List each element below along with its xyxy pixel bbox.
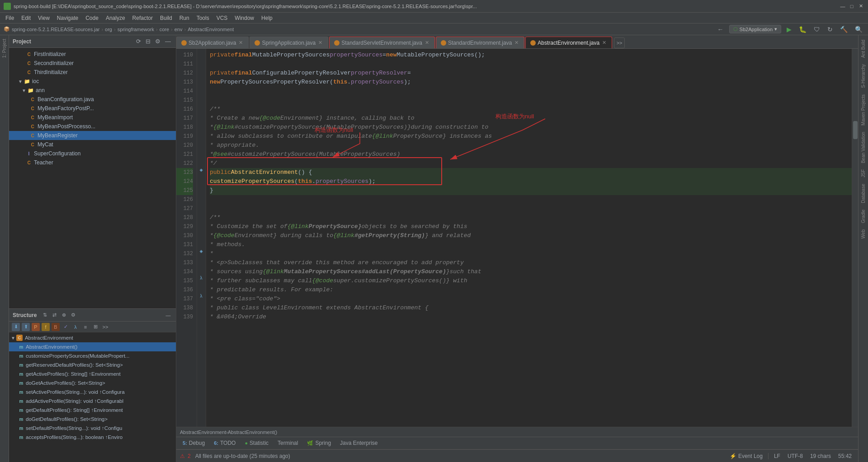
- tab-statistic[interactable]: ● Statistic: [240, 438, 273, 448]
- code-content[interactable]: private final MutablePropertySources pro…: [206, 49, 852, 427]
- close-panel-button[interactable]: —: [164, 37, 172, 45]
- gradle-tab[interactable]: Gradle: [860, 207, 867, 226]
- tab-todo[interactable]: 6: TODO: [209, 438, 240, 448]
- sort-expand-button[interactable]: ⊞: [91, 323, 99, 331]
- ant-build-tab[interactable]: Ant Build: [860, 37, 867, 61]
- tree-item-mybeanImport[interactable]: C MyBeanImport: [9, 113, 176, 122]
- struct-method-dogetdefault[interactable]: m doGetDefaultProfiles(): Set<String>: [9, 415, 176, 424]
- sort-lambda-button[interactable]: λ: [71, 323, 80, 331]
- struct-method-dogetactive[interactable]: m doGetActiveProfiles(): Set<String>: [9, 378, 176, 387]
- menu-vcs[interactable]: VCS: [213, 14, 231, 22]
- coverage-button[interactable]: 🛡: [812, 25, 822, 34]
- close-button[interactable]: ✕: [857, 3, 864, 10]
- tab-debug[interactable]: 5: Debug: [178, 438, 209, 448]
- struct-method-setdefault[interactable]: m setDefaultProfiles(String...): void ↑C…: [9, 424, 176, 433]
- tree-item-secondinitializer[interactable]: C SecondInitializer: [9, 59, 176, 68]
- scrollbar-thumb[interactable]: [853, 121, 858, 139]
- expand-button[interactable]: ⊕: [60, 311, 68, 319]
- sync-button[interactable]: ⟳: [135, 37, 142, 45]
- run-config[interactable]: ⬡ Sb2Application ▾: [729, 25, 781, 33]
- tab-standardservlet[interactable]: StandardServletEnvironment.java ✕: [329, 37, 435, 48]
- sort-visibility-button[interactable]: ⇄: [50, 311, 58, 319]
- cursor-position[interactable]: 55:42: [835, 452, 854, 460]
- breadcrumb-jar[interactable]: spring-core-5.2.1.RELEASE-sources.jar: [12, 27, 99, 32]
- menu-file[interactable]: File: [2, 14, 18, 22]
- struct-method-customize[interactable]: m customizePropertySources(MutableProper…: [9, 351, 176, 360]
- breadcrumb-org[interactable]: org: [105, 27, 112, 32]
- struct-class[interactable]: ▼ C AbstractEnvironment: [9, 333, 176, 342]
- maven-tab[interactable]: Maven Projects: [860, 92, 867, 128]
- tab-standardenv[interactable]: StandardEnvironment.java ✕: [436, 37, 524, 48]
- collapse-button[interactable]: ⊟: [144, 37, 152, 45]
- tab-terminal[interactable]: Terminal: [273, 438, 302, 448]
- tree-item-ioc[interactable]: ▼ 📁 ioc: [9, 77, 176, 86]
- breadcrumb-class[interactable]: AbstractEnvironment: [188, 27, 234, 32]
- tab-java-enterprise[interactable]: Java Enterprise: [335, 438, 382, 448]
- struct-method-acceptsprofiles[interactable]: m acceptsProfiles(String...): boolean ↑E…: [9, 433, 176, 442]
- settings-button[interactable]: ⚙: [154, 37, 162, 45]
- reload-button[interactable]: ↻: [826, 25, 835, 34]
- tree-item-mycat[interactable]: C MyCat: [9, 140, 176, 149]
- menu-code[interactable]: Code: [82, 14, 102, 22]
- sort-align-button[interactable]: ≡: [81, 323, 90, 331]
- tree-item-firstinitializer[interactable]: C FirstInitializer: [9, 50, 176, 59]
- close-tab-stdenv[interactable]: ✕: [514, 39, 519, 46]
- close-tab-spring[interactable]: ✕: [317, 39, 323, 46]
- menu-view[interactable]: View: [34, 14, 53, 22]
- tree-item-teacher[interactable]: C Teacher: [9, 158, 176, 167]
- tab-spring[interactable]: 🌿 Spring: [302, 438, 335, 448]
- tab-sb2application[interactable]: Sb2Application.java ✕: [176, 37, 249, 48]
- breadcrumb-core[interactable]: core: [160, 27, 169, 32]
- run-button[interactable]: ▶: [785, 25, 793, 34]
- struct-constructor[interactable]: m AbstractEnvironment(): [9, 342, 176, 351]
- struct-method-addactive[interactable]: m addActiveProfile(String): void ↑Config…: [9, 397, 176, 406]
- struct-method-getdefault[interactable]: m getDefaultProfiles(): String[] ↑Enviro…: [9, 406, 176, 415]
- menu-refactor[interactable]: Refactor: [129, 14, 156, 22]
- tree-item-mybeanregister[interactable]: C MyBeanRegister: [9, 131, 176, 140]
- minimize-button[interactable]: —: [839, 3, 846, 10]
- debug-button[interactable]: 🐛: [797, 25, 808, 34]
- close-tab-servlet[interactable]: ✕: [424, 39, 430, 46]
- sort-methods-button[interactable]: ⬆: [22, 323, 30, 331]
- menu-help[interactable]: Help: [258, 14, 276, 22]
- line-ending-selector[interactable]: UTF-8: [785, 452, 806, 460]
- breadcrumb-env[interactable]: env: [175, 27, 183, 32]
- menu-navigate[interactable]: Navigate: [53, 14, 82, 22]
- breadcrumb-springframework[interactable]: springframework: [118, 27, 154, 32]
- tree-item-superconfig[interactable]: I SuperConfiguration: [9, 149, 176, 158]
- sort-b-button[interactable]: B: [52, 323, 60, 331]
- tree-item-beanconfig[interactable]: C BeanConfiguration.java: [9, 95, 176, 104]
- database-tab[interactable]: Database: [860, 181, 867, 206]
- s-hierarchy-tab[interactable]: S-Hierarchy: [860, 61, 867, 91]
- menu-window[interactable]: Window: [231, 14, 258, 22]
- bean-validation-tab[interactable]: Bean Validation: [860, 129, 867, 166]
- struct-method-setactive[interactable]: m setActiveProfiles(String...): void ↑Co…: [9, 387, 176, 397]
- tree-item-ann[interactable]: ▼ 📁 ann: [9, 86, 176, 95]
- more-button[interactable]: >>: [101, 323, 109, 331]
- menu-edit[interactable]: Edit: [18, 14, 34, 22]
- menu-build[interactable]: Build: [156, 14, 176, 22]
- menu-run[interactable]: Run: [176, 14, 193, 22]
- close-struct-button[interactable]: —: [164, 311, 172, 319]
- settings-struct-button[interactable]: ⚙: [69, 311, 77, 319]
- scrollbar[interactable]: [852, 49, 858, 427]
- encoding-selector[interactable]: LF: [771, 452, 783, 460]
- back-button[interactable]: ←: [716, 25, 726, 34]
- menu-tools[interactable]: Tools: [193, 14, 213, 22]
- web-tab[interactable]: Web: [860, 227, 867, 241]
- sort-check-button[interactable]: ✓: [61, 323, 70, 331]
- sort-f-button[interactable]: f: [42, 323, 50, 331]
- event-log-button[interactable]: ⚡ Event Log: [727, 452, 765, 460]
- jsf-tab[interactable]: JSF: [860, 167, 867, 180]
- more-tabs-button[interactable]: >>: [614, 37, 625, 48]
- close-tab-abstract[interactable]: ✕: [601, 39, 607, 46]
- position-indicator[interactable]: 19 chars: [807, 452, 834, 460]
- build-button[interactable]: 🔨: [838, 25, 849, 34]
- struct-method-getactive[interactable]: m getActiveProfiles(): String[] ↑Environ…: [9, 369, 176, 378]
- close-tab-sb2[interactable]: ✕: [238, 39, 244, 46]
- maximize-button[interactable]: □: [848, 3, 855, 10]
- sort-fields-button[interactable]: ⬇: [12, 323, 20, 331]
- tab-springapplication[interactable]: SpringApplication.java ✕: [250, 37, 328, 48]
- struct-method-getreserved[interactable]: m getReservedDefaultProfiles(): Set<Stri…: [9, 360, 176, 369]
- menu-analyze[interactable]: Analyze: [102, 14, 129, 22]
